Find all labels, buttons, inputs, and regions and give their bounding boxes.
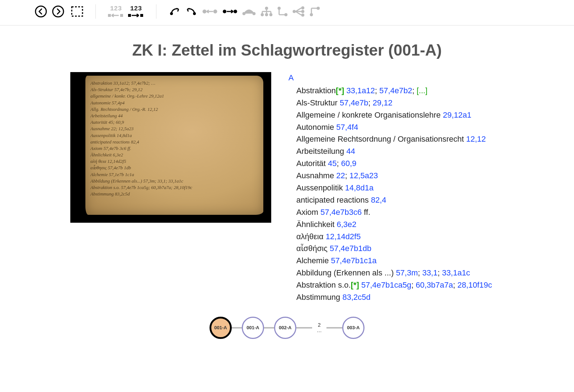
- ellipsis-marker[interactable]: [...]: [417, 86, 428, 95]
- entry-list: Abstraktion[*] 33,1a12; 57,4e7b2; [...]A…: [296, 85, 504, 303]
- svg-rect-5: [120, 14, 123, 17]
- index-entry: Autonomie 57,4f4: [296, 122, 504, 133]
- index-entry: Abstraktion[*] 33,1a12; 57,4e7b2; [...]: [296, 85, 504, 96]
- entry-term: Alchemie: [296, 256, 329, 265]
- nav-node-current[interactable]: 001-A: [210, 317, 232, 339]
- ref-link[interactable]: 33,1a12: [346, 86, 375, 95]
- index-entry: Axiom 57,4e7b3c6 ff.: [296, 207, 504, 218]
- marquee-select-icon[interactable]: [71, 6, 83, 17]
- link-next-icon[interactable]: [222, 8, 237, 15]
- ref-link[interactable]: 12,5a23: [349, 171, 378, 180]
- nav-arrows: [34, 5, 83, 18]
- ref-link[interactable]: 45: [328, 159, 337, 168]
- branch-down-icon[interactable]: [277, 6, 288, 17]
- ref-link[interactable]: 60,3b7a7a: [416, 280, 453, 289]
- svg-rect-3: [108, 14, 111, 17]
- arc-back-icon[interactable]: [169, 6, 181, 16]
- ref-link[interactable]: 6,3e2: [337, 220, 357, 229]
- svg-rect-6: [128, 14, 131, 17]
- svg-point-13: [213, 10, 217, 13]
- nav-node[interactable]: 002-A: [274, 317, 296, 339]
- ref-link[interactable]: 28,10f19c: [457, 280, 492, 289]
- index-entry: Allgemeine / konkrete Organisationslehre…: [296, 109, 504, 121]
- numbering-mode-left[interactable]: 123: [108, 5, 124, 18]
- ref-link[interactable]: 60,9: [341, 159, 357, 168]
- nav-edge: [264, 327, 274, 329]
- tree-icon[interactable]: [260, 6, 273, 16]
- ref-link[interactable]: 29,12: [373, 98, 392, 107]
- ref-link[interactable]: 57,4e7b2: [379, 86, 412, 95]
- separator: ;: [411, 280, 415, 289]
- branch-up-icon[interactable]: [309, 6, 320, 17]
- ref-link[interactable]: 57,4f4: [336, 123, 358, 132]
- scan-paper: Abstraktion 33,1a12; 57,4e7b2; …Als-Stru…: [85, 76, 263, 215]
- ref-link[interactable]: 57,3m: [396, 268, 418, 277]
- ref-link[interactable]: 33,1: [422, 268, 438, 277]
- svg-point-32: [293, 10, 296, 13]
- divider: [95, 4, 96, 19]
- index-entry: Abbildung (Erkennen als ...) 57,3m; 33,1…: [296, 267, 504, 279]
- index-entry: Alchemie 57,4e7b1c1a: [296, 255, 504, 266]
- ref-link[interactable]: 14,8d1a: [345, 183, 374, 192]
- next-button[interactable]: [52, 5, 65, 18]
- entry-term: Ausnahme: [296, 171, 334, 180]
- entry-term: Abstimmung: [296, 293, 340, 302]
- svg-point-25: [261, 13, 264, 16]
- scan-image[interactable]: Abstraktion 33,1a12; 57,4e7b2; …Als-Stru…: [70, 72, 271, 223]
- link-prev-dim-icon[interactable]: [202, 8, 217, 15]
- ref-link[interactable]: 82,4: [371, 195, 386, 204]
- index-entry: Allgemeine Rechtsordnung / Organisations…: [296, 133, 504, 145]
- ref-link[interactable]: 12,12: [466, 134, 486, 143]
- ref-link[interactable]: 29,12a1: [443, 110, 471, 119]
- bridge-icon[interactable]: [242, 7, 256, 16]
- ref-link[interactable]: 57,4e7b1db: [330, 244, 371, 253]
- arc-forward-icon[interactable]: [185, 6, 197, 16]
- separator: ;: [438, 268, 442, 277]
- separator: ;: [418, 268, 422, 277]
- separator: ;: [453, 280, 457, 289]
- svg-point-9: [170, 12, 173, 15]
- entry-term: Als-Struktur: [296, 98, 338, 107]
- ref-link[interactable]: 22: [336, 171, 345, 180]
- index-entry: anticipated reactions 82,4: [296, 194, 504, 206]
- nav-gap-count: 2: [312, 322, 326, 328]
- index-letter: A: [288, 72, 504, 84]
- svg-point-19: [265, 7, 268, 10]
- scan-handwriting: Abstraktion 33,1a12; 57,4e7b2; …Als-Stru…: [90, 80, 258, 211]
- index-entry: αἶσθήσις 57,4e7b1db: [296, 243, 504, 254]
- svg-point-1: [53, 6, 63, 17]
- svg-rect-8: [140, 14, 143, 17]
- ref-link[interactable]: 57,4e7b1ca5g: [361, 280, 411, 289]
- numbering-mode-right[interactable]: 123: [128, 5, 144, 18]
- ref-link[interactable]: 33,1a1c: [442, 268, 470, 277]
- entry-suffix: ff.: [362, 208, 370, 217]
- svg-point-27: [269, 13, 272, 16]
- ref-link[interactable]: 44: [346, 147, 355, 156]
- prev-button[interactable]: [34, 5, 47, 18]
- index-entry: Ähnlichkeit 6,3e2: [296, 219, 504, 230]
- index-entry: Als-Struktur 57,4e7b; 29,12: [296, 97, 504, 109]
- entry-term: Arbeitsteilung: [296, 147, 344, 156]
- index-entry: Abstimmung 83,2c5d: [296, 292, 504, 303]
- nav-node[interactable]: 001-A: [242, 317, 264, 339]
- svg-point-38: [301, 14, 304, 16]
- ref-link[interactable]: 12,14d2f5: [326, 232, 361, 241]
- nav-node[interactable]: 003-A: [342, 317, 364, 339]
- svg-point-36: [301, 6, 304, 9]
- entry-term: Allgemeine Rechtsordnung / Organisations…: [296, 134, 464, 143]
- two-column: Abstraktion 33,1a12; 57,4e7b2; …Als-Stru…: [70, 72, 504, 304]
- index-entry: Autorität 45; 60,9: [296, 158, 504, 169]
- ref-link[interactable]: 57,4e7b3c6: [320, 208, 362, 217]
- index-panel: A Abstraktion[*] 33,1a12; 57,4e7b2; [...…: [288, 72, 504, 304]
- content: ZK I: Zettel im Schlagwortregister (001-…: [36, 25, 538, 356]
- svg-point-10: [193, 12, 196, 15]
- svg-point-39: [310, 13, 313, 16]
- ref-link[interactable]: 57,4e7b: [340, 98, 368, 107]
- ref-link[interactable]: 57,4e7b1c1a: [331, 256, 377, 265]
- entry-term: Aussenpolitik: [296, 183, 343, 192]
- fan-out-icon[interactable]: [292, 6, 305, 17]
- ref-link[interactable]: 83,2c5d: [342, 293, 370, 302]
- entry-term: αλήθεια: [296, 232, 324, 241]
- numbering-modes: 123 123: [108, 5, 144, 18]
- entry-term: Axiom: [296, 208, 318, 217]
